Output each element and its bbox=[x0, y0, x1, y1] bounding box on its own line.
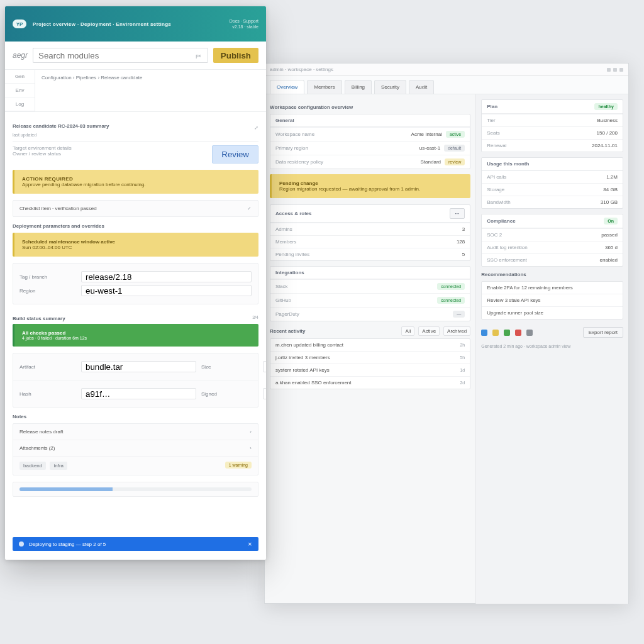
side-foot: Generated 2 min ago · workspace admin vi… bbox=[481, 344, 623, 348]
window-controls[interactable] bbox=[607, 68, 623, 72]
swatch-gray bbox=[526, 330, 533, 336]
sec3-title: Build status summary bbox=[13, 316, 65, 321]
check-icon: ✓ bbox=[247, 206, 252, 211]
artifact-signed[interactable] bbox=[263, 388, 266, 399]
swatch-green bbox=[504, 330, 510, 336]
card-access: Access & roles ··· Admins3 Members128 Pe… bbox=[270, 204, 470, 261]
tab-audit[interactable]: Audit bbox=[409, 80, 434, 94]
close-icon[interactable]: ✕ bbox=[248, 541, 252, 547]
checklist-item: Checklist item · verification passed bbox=[19, 206, 97, 211]
tag-input[interactable] bbox=[81, 271, 252, 282]
tag-chip[interactable]: infra bbox=[50, 462, 67, 470]
callout-title: Pending change bbox=[279, 180, 463, 186]
sec1-title: Release candidate RC-2024-03 summary bbox=[13, 123, 109, 129]
card-integrations: Integrations Slackconnected GitHubconnec… bbox=[270, 266, 470, 321]
admin-titlebar: admin · workspace · settings bbox=[265, 64, 628, 76]
sec3-meta: 3/4 bbox=[252, 315, 258, 319]
filter-active[interactable]: Active bbox=[418, 326, 440, 336]
search-input[interactable] bbox=[33, 48, 189, 63]
tab-billing[interactable]: Billing bbox=[345, 80, 372, 94]
manage-access-button[interactable]: ··· bbox=[450, 208, 465, 219]
callout-maintenance: Scheduled maintenance window active Sun … bbox=[13, 233, 258, 257]
expand-icon[interactable]: ⤢ bbox=[254, 125, 258, 131]
list-item[interactable]: j.ortiz invited 3 members5h bbox=[270, 351, 470, 364]
artifact-hash[interactable] bbox=[81, 388, 196, 399]
color-legend: Export report bbox=[481, 325, 623, 340]
chevron-right-icon: › bbox=[250, 429, 252, 435]
progress-panel bbox=[13, 482, 258, 497]
admin-crumb: admin · workspace · settings bbox=[270, 67, 333, 72]
panel-recs: Enable 2FA for 12 remaining members Revi… bbox=[481, 281, 623, 319]
admin-side: Planhealthy TierBusiness Seats150 / 200 … bbox=[475, 94, 628, 604]
release-content: Release candidate RC-2024-03 summary las… bbox=[5, 112, 266, 560]
footer-text: Deploying to staging — step 2 of 5 bbox=[29, 541, 106, 547]
app-badge: YP bbox=[13, 19, 26, 28]
recs-heading: Recommendations bbox=[481, 272, 623, 277]
activity-list: m.chen updated billing contact2h j.ortiz… bbox=[270, 338, 470, 389]
side-tab-env[interactable]: Env bbox=[5, 84, 35, 97]
checklist-panel: Checklist item · verification passed ✓ bbox=[13, 200, 258, 217]
callout-body: Region migration requested — awaiting ap… bbox=[279, 186, 463, 192]
header-links: Docs · Support v2.18 · stable bbox=[230, 19, 258, 29]
tag-chip[interactable]: backend bbox=[19, 462, 46, 470]
callout1-title: ACTION REQUIRED bbox=[22, 176, 251, 182]
status-pill: active bbox=[446, 131, 465, 138]
tab-overview[interactable]: Overview bbox=[270, 80, 304, 94]
review-button[interactable]: Review bbox=[212, 145, 258, 164]
list-item[interactable]: Enable 2FA for 12 remaining members bbox=[482, 282, 623, 294]
activity-heading: Recent activity bbox=[270, 328, 305, 334]
callout-action-required: ACTION REQUIRED Approve pending database… bbox=[13, 170, 258, 194]
list-item[interactable]: m.chen updated billing contact2h bbox=[270, 339, 470, 351]
sec1-sub: last updated bbox=[13, 133, 109, 137]
tab-security[interactable]: Security bbox=[374, 80, 406, 94]
region-input[interactable] bbox=[81, 285, 252, 296]
attachments-row[interactable]: Attachments (2) bbox=[19, 445, 55, 451]
header-link-version: v2.18 · stable bbox=[230, 25, 258, 29]
release-window: YP Project overview · Deployment · Envir… bbox=[5, 6, 266, 560]
header-link-docs[interactable]: Docs · Support bbox=[230, 19, 258, 23]
sec1-line1: Target environment details bbox=[13, 145, 208, 151]
notes-row[interactable]: Release notes draft bbox=[19, 429, 63, 435]
swatch-yellow bbox=[492, 330, 499, 336]
row-policy: Data residency policy Standard review bbox=[270, 155, 470, 169]
filter-archived[interactable]: Archived bbox=[443, 326, 470, 336]
side-tab-gen[interactable]: Gen bbox=[5, 70, 35, 84]
swatch-blue bbox=[481, 330, 487, 336]
filter-all[interactable]: All bbox=[401, 326, 414, 336]
app-logo: aegr bbox=[13, 51, 28, 60]
callout1-body: Approve pending database migration befor… bbox=[22, 182, 251, 187]
list-item[interactable]: Review 3 stale API keys bbox=[482, 294, 623, 306]
field-region: Region bbox=[19, 285, 252, 296]
list-item[interactable]: system rotated API keys1d bbox=[270, 364, 470, 376]
warning-chip: 1 warning bbox=[225, 462, 252, 469]
list-item[interactable]: a.khan enabled SSO enforcement2d bbox=[270, 376, 470, 389]
artifact-size[interactable] bbox=[263, 361, 266, 372]
search-field: px bbox=[33, 48, 208, 63]
list-item[interactable]: Upgrade runner pool size bbox=[482, 306, 623, 319]
spinner-icon bbox=[19, 541, 24, 547]
swatch-red bbox=[515, 330, 521, 336]
notes-panel: Release notes draft › Attachments (2) › … bbox=[13, 423, 258, 475]
publish-button[interactable]: Publish bbox=[213, 48, 258, 63]
release-header: YP Project overview · Deployment · Envir… bbox=[5, 6, 266, 42]
field-tag: Tag / branch bbox=[19, 271, 252, 282]
side-tab-log[interactable]: Log bbox=[5, 97, 35, 111]
admin-tabs: Overview Members Billing Security Audit bbox=[265, 76, 628, 94]
crumb-line: Configuration › Pipelines › Release cand… bbox=[35, 70, 266, 111]
panel-plan: Planhealthy TierBusiness Seats150 / 200 … bbox=[481, 99, 623, 152]
panel-usage: Usage this month API calls1.2M Storage84… bbox=[481, 157, 623, 209]
tab-members[interactable]: Members bbox=[307, 80, 341, 94]
row-workspace-name: Workspace name Acme Internal active bbox=[270, 127, 470, 141]
artifact-name[interactable] bbox=[81, 361, 196, 372]
sec1-line2: Owner / review status bbox=[13, 151, 208, 157]
params-panel: Tag / branch Region bbox=[13, 263, 258, 304]
deploy-status-bar: Deploying to staging — step 2 of 5 ✕ bbox=[13, 537, 258, 551]
row-region: Primary region us-east-1 default bbox=[270, 141, 470, 155]
export-button[interactable]: Export report bbox=[583, 327, 623, 338]
admin-main: Workspace configuration overview General… bbox=[265, 94, 475, 604]
admin-window: admin · workspace · settings Overview Me… bbox=[264, 63, 629, 604]
sec4-title: Notes bbox=[13, 414, 258, 419]
card-general: General Workspace name Acme Internal act… bbox=[270, 114, 470, 169]
sec2-title: Deployment parameters and overrides bbox=[13, 223, 258, 229]
admin-callout-pending: Pending change Region migration requeste… bbox=[270, 174, 470, 198]
